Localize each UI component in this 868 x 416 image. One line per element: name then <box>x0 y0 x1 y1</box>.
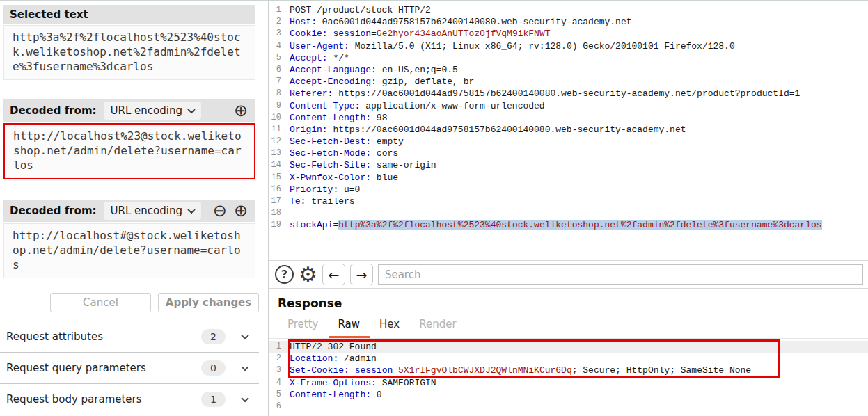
request-line[interactable]: 10Content-Length: 98 <box>269 112 868 124</box>
selected-text-value: http%3a%2f%2flocalhost%2523%40stock.weli… <box>4 26 245 79</box>
line-number: 18 <box>269 207 285 219</box>
line-number: 19 <box>269 219 285 231</box>
burp-inspector-view: Selected text http%3a%2f%2flocalhost%252… <box>0 0 868 416</box>
line-number: 14 <box>269 159 285 171</box>
request-line[interactable]: 14Sec-Fetch-Site: same-origin <box>269 159 868 171</box>
decoded-from-header-2: Decoded from: URL encoding ⊖ ⊕ <box>3 200 255 222</box>
response-tabs: PrettyRawHexRender <box>278 318 868 338</box>
inspector-section-request-body-parameters[interactable]: Request body parameters1 <box>0 383 259 415</box>
chevron-down-icon <box>241 394 248 402</box>
message-editor-column: 1POST /product/stock HTTP/22Host: 0ac600… <box>269 1 868 416</box>
line-number: 10 <box>269 112 285 124</box>
line-number: 1 <box>269 341 285 353</box>
add-decoding-icon[interactable]: ⊕ <box>232 102 249 119</box>
request-line[interactable]: 5Accept: */* <box>269 52 868 64</box>
response-title: Response <box>278 296 868 310</box>
search-next-button[interactable]: → <box>350 264 373 285</box>
decoded-from-label: Decoded from: <box>10 205 97 217</box>
cancel-button[interactable]: Cancel <box>50 293 151 312</box>
line-number: 5 <box>269 52 285 64</box>
settings-gear-icon[interactable]: ⚙ <box>299 264 317 285</box>
request-line[interactable]: 4User-Agent: Mozilla/5.0 (X11; Linux x86… <box>269 40 868 52</box>
line-number: 12 <box>269 136 285 147</box>
decoded-value-box-2[interactable]: http://localhost#@stock.weliketoshop.net… <box>3 223 255 278</box>
request-line[interactable]: 3Cookie: session=Ge2hyor434aoAnUTTozOjfV… <box>269 28 868 40</box>
request-line[interactable]: 11Origin: https://0ac6001d044ad9758157b6… <box>269 124 868 136</box>
line-number: 13 <box>269 147 285 159</box>
response-line[interactable]: 2Location: /admin <box>269 353 868 365</box>
search-prev-button[interactable]: ← <box>322 264 345 285</box>
chevron-down-icon <box>187 206 195 214</box>
count-badge: 0 <box>201 360 226 376</box>
section-label: Request query parameters <box>6 362 201 374</box>
count-badge: 1 <box>201 392 226 407</box>
request-line[interactable]: 12Sec-Fetch-Dest: empty <box>269 136 868 147</box>
section-label: Request body parameters <box>6 393 201 406</box>
panel-gap <box>259 1 268 416</box>
response-line[interactable]: 5Content-Length: 0 <box>269 389 868 401</box>
tab-hex[interactable]: Hex <box>370 318 409 338</box>
line-number: 2 <box>269 16 285 28</box>
count-badge: 2 <box>201 329 226 344</box>
selected-text-header: Selected text <box>3 5 255 24</box>
request-line[interactable]: 7Accept-Encoding: gzip, deflate, br <box>269 76 868 88</box>
tab-render[interactable]: Render <box>409 318 466 338</box>
apply-changes-button[interactable]: Apply changes <box>158 293 259 312</box>
selected-text-box[interactable]: http%3a%2f%2flocalhost%2523%40stock.weli… <box>3 25 255 80</box>
inspector-sections: Request attributes2Request query paramet… <box>0 321 259 416</box>
response-line[interactable]: 6 <box>269 401 868 413</box>
tab-pretty[interactable]: Pretty <box>278 318 329 338</box>
request-line[interactable]: 13Sec-Fetch-Mode: cors <box>269 147 868 159</box>
line-number: 1 <box>269 4 285 16</box>
chevron-down-icon <box>241 363 248 371</box>
request-line[interactable]: 19stockApi=http%3a%2f%2flocalhost%2523%4… <box>269 219 868 231</box>
line-number: 4 <box>269 377 285 389</box>
request-line[interactable]: 18 <box>269 207 868 219</box>
response-line[interactable]: 3Set-Cookie: session=5X1rIFgvOlbCWJXDJ2Q… <box>269 365 868 376</box>
encoding-select-1[interactable]: URL encoding <box>104 102 201 120</box>
request-line[interactable]: 8Referer: https://0ac6001d044ad9758157b6… <box>269 88 868 99</box>
line-number: 6 <box>269 64 285 76</box>
search-input[interactable] <box>378 264 863 285</box>
line-number: 17 <box>269 195 285 207</box>
request-toolbar: ? ⚙ ← → <box>269 260 868 289</box>
line-number: 15 <box>269 172 285 184</box>
selected-text-title: Selected text <box>10 8 88 21</box>
inspector-panel: Selected text http%3a%2f%2flocalhost%252… <box>0 1 259 416</box>
line-number: 5 <box>269 389 285 401</box>
chevron-down-icon <box>187 106 195 113</box>
response-header: Response PrettyRawHexRender <box>269 289 868 338</box>
request-line[interactable]: 6Accept-Language: en-US,en;q=0.5 <box>269 64 868 76</box>
add-decoding-icon[interactable]: ⊕ <box>232 202 249 219</box>
response-editor[interactable]: 1HTTP/2 302 Found2Location: /admin3Set-C… <box>269 338 868 416</box>
line-number: 3 <box>269 28 285 40</box>
tab-raw[interactable]: Raw <box>329 318 370 338</box>
request-line[interactable]: 17Te: trailers <box>269 195 868 207</box>
encoding-select-2[interactable]: URL encoding <box>104 202 201 220</box>
line-number: 2 <box>269 353 285 365</box>
decoded-from-header-1: Decoded from: URL encoding ⊕ <box>3 99 255 122</box>
response-line[interactable]: 1HTTP/2 302 Found <box>269 341 868 353</box>
line-number: 6 <box>269 401 285 413</box>
request-line[interactable]: 2Host: 0ac6001d044ad9758157b62400140080.… <box>269 16 868 28</box>
inspector-section-request-attributes[interactable]: Request attributes2 <box>0 321 259 352</box>
inspector-section-request-query-parameters[interactable]: Request query parameters0 <box>0 352 259 383</box>
line-number: 3 <box>269 365 285 376</box>
remove-decoding-icon[interactable]: ⊖ <box>212 202 228 219</box>
request-line[interactable]: 9Content-Type: application/x-www-form-ur… <box>269 100 868 112</box>
decoded-from-label: Decoded from: <box>10 104 97 117</box>
line-number: 16 <box>269 184 285 195</box>
line-number: 9 <box>269 100 285 112</box>
line-number: 8 <box>269 88 285 99</box>
request-line[interactable]: 15X-Pwnfox-Color: blue <box>269 172 868 184</box>
help-icon[interactable]: ? <box>275 265 294 284</box>
response-line[interactable]: 4X-Frame-Options: SAMEORIGIN <box>269 377 868 389</box>
decoded-value-box-1[interactable]: http://localhost%23@stock.weliketoshop.n… <box>3 123 255 179</box>
request-editor[interactable]: 1POST /product/stock HTTP/22Host: 0ac600… <box>269 1 868 260</box>
request-line[interactable]: 16Priority: u=0 <box>269 184 868 195</box>
decoded-value-1: http://localhost%23@stock.weliketoshop.n… <box>5 125 246 178</box>
line-number: 7 <box>269 76 285 88</box>
section-label: Request attributes <box>6 330 201 343</box>
request-line[interactable]: 1POST /product/stock HTTP/2 <box>269 4 868 16</box>
chevron-down-icon <box>241 332 248 339</box>
